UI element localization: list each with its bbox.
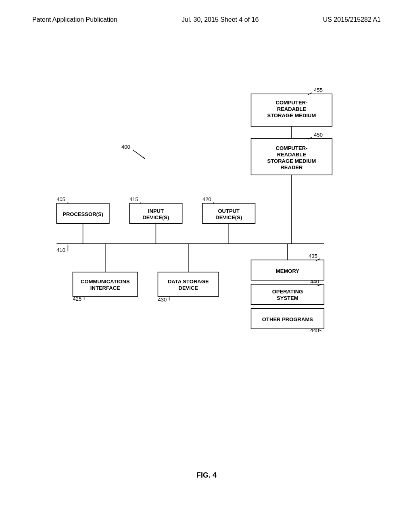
svg-text:OUTPUT: OUTPUT bbox=[218, 208, 240, 214]
fig-caption-text: FIG. 4 bbox=[196, 471, 217, 479]
header-right: US 2015/215282 A1 bbox=[323, 16, 381, 23]
ref-400: 400 bbox=[121, 144, 130, 150]
svg-text:DEVICE: DEVICE bbox=[179, 285, 198, 291]
ref-430: 430 bbox=[158, 297, 167, 303]
ref-410: 410 bbox=[56, 247, 65, 253]
svg-line-0 bbox=[133, 150, 145, 159]
svg-text:COMMUNICATIONS: COMMUNICATIONS bbox=[81, 278, 130, 285]
header-center: Jul. 30, 2015 Sheet 4 of 16 bbox=[181, 16, 259, 23]
svg-text:STORAGE MEDIUM: STORAGE MEDIUM bbox=[267, 112, 316, 118]
patent-diagram: 400 COMPUTER- READABLE STORAGE MEDIUM 45… bbox=[32, 60, 381, 451]
page-header: Patent Application Publication Jul. 30, … bbox=[0, 16, 413, 23]
svg-text:DEVICE(S): DEVICE(S) bbox=[142, 214, 169, 220]
svg-text:SYSTEM: SYSTEM bbox=[277, 295, 298, 301]
svg-text:OPERATING: OPERATING bbox=[272, 289, 303, 295]
svg-text:OTHER PROGRAMS: OTHER PROGRAMS bbox=[262, 316, 313, 322]
svg-text:PROCESSOR(S): PROCESSOR(S) bbox=[63, 211, 103, 217]
ref-425: 425 bbox=[73, 296, 81, 302]
ref-450: 450 bbox=[314, 132, 323, 138]
ref-415: 415 bbox=[129, 196, 138, 202]
header-left: Patent Application Publication bbox=[32, 16, 117, 23]
svg-text:DEVICE(S): DEVICE(S) bbox=[215, 214, 242, 220]
svg-text:COMPUTER-: COMPUTER- bbox=[275, 145, 307, 151]
figure-caption: FIG. 4 bbox=[0, 471, 413, 480]
ref-405: 405 bbox=[56, 196, 65, 202]
ref-440: 440 bbox=[310, 278, 319, 285]
svg-text:READABLE: READABLE bbox=[277, 152, 307, 158]
ref-455: 455 bbox=[314, 87, 323, 93]
ref-435: 435 bbox=[309, 253, 317, 259]
ref-445: 445 bbox=[310, 327, 319, 333]
svg-text:READER: READER bbox=[280, 164, 303, 170]
svg-text:INTERFACE: INTERFACE bbox=[90, 285, 120, 291]
svg-text:STORAGE MEDIUM: STORAGE MEDIUM bbox=[267, 158, 316, 164]
svg-text:DATA STORAGE: DATA STORAGE bbox=[168, 278, 209, 285]
svg-text:INPUT: INPUT bbox=[148, 208, 164, 214]
svg-text:READABLE: READABLE bbox=[277, 106, 307, 112]
ref-420: 420 bbox=[202, 196, 211, 202]
label-storage-medium: COMPUTER- bbox=[275, 100, 307, 106]
svg-text:MEMORY: MEMORY bbox=[276, 268, 300, 274]
